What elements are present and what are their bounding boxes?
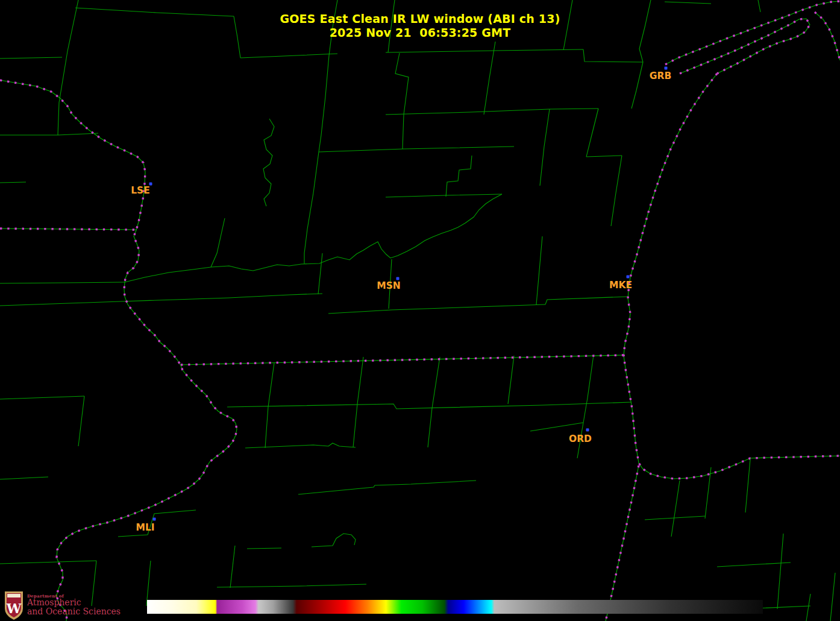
logo-name-line-2: and Oceanic Sciences	[27, 607, 121, 616]
county-line	[0, 561, 96, 564]
county-line	[211, 218, 225, 267]
county-line	[403, 115, 404, 149]
crest-monogram: W	[6, 601, 22, 616]
county-line	[227, 402, 632, 409]
county-line	[583, 355, 594, 423]
county-line	[319, 147, 514, 152]
county-line	[386, 194, 502, 197]
county-line	[229, 294, 322, 298]
county-line	[428, 357, 440, 447]
county-line	[319, 55, 329, 152]
county-line	[217, 584, 366, 587]
county-line	[148, 510, 196, 535]
county-line	[0, 57, 62, 58]
county-line	[245, 443, 356, 448]
station-dot-mke	[627, 276, 630, 279]
county-line	[530, 423, 583, 431]
station-label-ord: ORD	[569, 433, 592, 444]
logo-name-line-1: Atmospheric	[27, 598, 121, 607]
county-line	[298, 481, 476, 494]
state-border-dots	[624, 74, 840, 479]
county-line	[717, 563, 791, 567]
county-line	[304, 152, 319, 263]
state-border-dotted-lines	[0, 1, 840, 621]
county-line	[386, 109, 598, 115]
map-canvas: LSEGRBMSNMKEORDMLI	[0, 0, 840, 621]
state-border-line	[0, 229, 137, 230]
station-dot-grb	[665, 67, 668, 70]
title-line-1: GOES East Clean IR LW window (ABI ch 13)	[0, 12, 840, 26]
county-line	[758, 0, 760, 12]
image-title: GOES East Clean IR LW window (ABI ch 13)…	[0, 12, 840, 40]
county-line	[665, 2, 711, 4]
county-line	[446, 156, 472, 197]
county-line	[540, 109, 550, 186]
county-line	[671, 481, 680, 537]
station-label-mli: MLI	[136, 522, 154, 533]
county-line	[586, 109, 598, 157]
temperature-colorbar	[147, 600, 763, 614]
station-label-grb: GRB	[650, 71, 671, 81]
county-line	[806, 594, 810, 621]
county-line	[312, 534, 356, 547]
station-dot-mli	[153, 518, 156, 521]
station-label-mke: MKE	[609, 280, 632, 291]
county-line	[353, 357, 363, 447]
state-boundary-underlines	[0, 1, 840, 621]
county-line	[645, 516, 705, 520]
satellite-image-viewport: LSEGRBMSNMKEORDMLI GOES East Clean IR LW…	[0, 0, 840, 621]
county-line	[318, 253, 322, 294]
county-line	[395, 53, 409, 115]
county-line	[263, 119, 274, 206]
county-line	[230, 546, 235, 588]
county-boundary-lines	[0, 0, 835, 621]
county-line	[611, 156, 622, 226]
county-line	[0, 298, 229, 306]
county-line	[777, 534, 783, 609]
county-line	[583, 49, 643, 62]
uw-aos-logo: W Department of Atmospheric and Oceanic …	[4, 590, 121, 620]
county-line	[484, 42, 495, 115]
county-line	[240, 54, 337, 58]
state-border-line	[0, 80, 237, 621]
station-dot-msn	[396, 277, 400, 280]
logo-text: Department of Atmospheric and Oceanic Sc…	[27, 594, 121, 616]
state-border-dots	[181, 355, 624, 365]
station-dot-ord	[586, 429, 589, 432]
station-markers: LSEGRBMSNMKEORDMLI	[131, 67, 671, 534]
county-line	[146, 561, 151, 606]
station-label-lse: LSE	[131, 185, 150, 196]
county-line	[265, 363, 274, 448]
county-line	[118, 535, 148, 537]
county-line	[328, 304, 545, 314]
county-line	[0, 282, 125, 283]
county-line	[745, 459, 750, 512]
county-line	[830, 573, 835, 621]
state-border-line	[624, 74, 840, 479]
uw-crest-icon: W	[4, 590, 24, 620]
county-line	[0, 396, 84, 399]
county-line	[536, 236, 542, 304]
county-line	[247, 548, 281, 549]
county-line	[0, 477, 48, 479]
title-line-2: 2025 Nov 21 06:53:25 GMT	[0, 26, 840, 40]
county-line	[0, 182, 26, 183]
county-line	[586, 156, 622, 157]
station-label-msn: MSN	[377, 280, 401, 291]
county-line	[508, 356, 514, 404]
county-line	[78, 396, 84, 446]
county-line	[545, 297, 628, 304]
county-line	[386, 49, 583, 52]
county-line	[756, 606, 810, 608]
state-border-dots	[0, 80, 237, 621]
state-border-dots	[606, 465, 639, 621]
county-line	[632, 62, 643, 109]
county-line	[0, 133, 98, 135]
county-line	[125, 194, 502, 282]
